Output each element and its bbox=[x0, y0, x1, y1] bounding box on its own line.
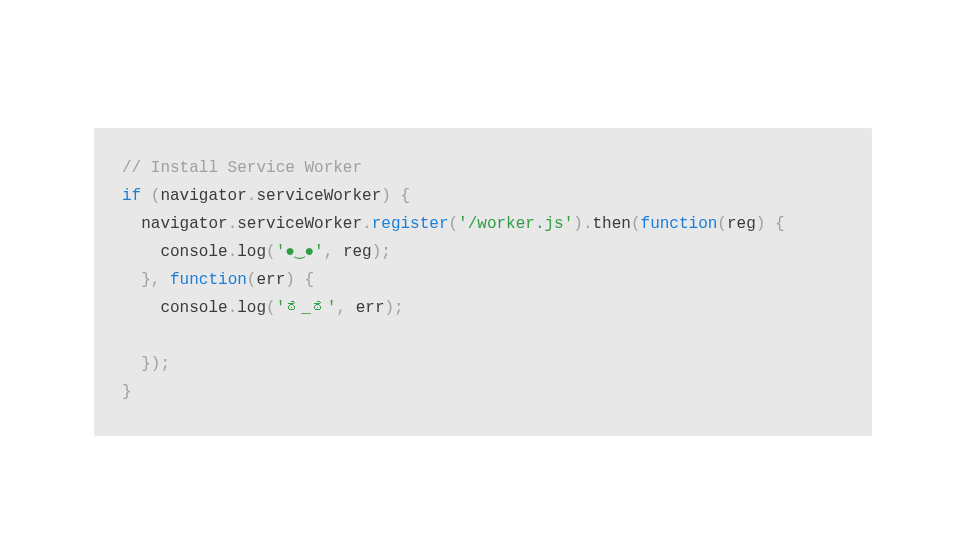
indent bbox=[122, 215, 141, 233]
code-line-7: }); bbox=[122, 350, 844, 378]
indent bbox=[122, 299, 160, 317]
identifier-err: err bbox=[256, 271, 285, 289]
identifier-err: err bbox=[356, 299, 385, 317]
punct: . bbox=[247, 187, 257, 205]
punct: ) { bbox=[381, 187, 410, 205]
keyword-if: if bbox=[122, 187, 141, 205]
punct: ( bbox=[717, 215, 727, 233]
code-line-2: if (navigator.serviceWorker) { bbox=[122, 182, 844, 210]
code-line-6: console.log('ಠ_ಠ', err); bbox=[122, 294, 844, 322]
punct: ). bbox=[573, 215, 592, 233]
punct: . bbox=[228, 215, 238, 233]
code-line-1: // Install Service Worker bbox=[122, 154, 844, 182]
method-then: then bbox=[593, 215, 631, 233]
string-emoticon-happy: '●‿●' bbox=[276, 243, 324, 261]
method-log: log bbox=[237, 243, 266, 261]
punct: ( bbox=[141, 187, 160, 205]
indent bbox=[122, 243, 160, 261]
code-line-8: } bbox=[122, 378, 844, 406]
punct: . bbox=[228, 299, 238, 317]
indent bbox=[122, 355, 141, 373]
identifier-navigator: navigator bbox=[160, 187, 246, 205]
punct: , bbox=[336, 299, 355, 317]
punct: ( bbox=[266, 299, 276, 317]
code-block: // Install Service Worker if (navigator.… bbox=[94, 128, 872, 436]
code-line-5: }, function(err) { bbox=[122, 266, 844, 294]
string-literal: '/worker.js' bbox=[458, 215, 573, 233]
punct: }); bbox=[141, 355, 170, 373]
code-line-3: navigator.serviceWorker.register('/worke… bbox=[122, 210, 844, 238]
identifier-serviceworker: serviceWorker bbox=[256, 187, 381, 205]
punct: ( bbox=[448, 215, 458, 233]
identifier-reg: reg bbox=[727, 215, 756, 233]
identifier-console: console bbox=[160, 299, 227, 317]
identifier-reg: reg bbox=[343, 243, 372, 261]
punct: , bbox=[324, 243, 343, 261]
punct: ); bbox=[384, 299, 403, 317]
string-emoticon-disapproval: 'ಠ_ಠ' bbox=[276, 299, 337, 317]
punct: ); bbox=[372, 243, 391, 261]
identifier-console: console bbox=[160, 243, 227, 261]
identifier-serviceworker: serviceWorker bbox=[237, 215, 362, 233]
indent bbox=[122, 271, 141, 289]
keyword-function: function bbox=[170, 271, 247, 289]
punct: }, bbox=[141, 271, 170, 289]
comment: // Install Service Worker bbox=[122, 159, 362, 177]
keyword-function: function bbox=[641, 215, 718, 233]
punct: ( bbox=[631, 215, 641, 233]
punct: } bbox=[122, 383, 132, 401]
punct: ) { bbox=[756, 215, 785, 233]
identifier-navigator: navigator bbox=[141, 215, 227, 233]
code-line-blank bbox=[122, 322, 844, 350]
punct: ) { bbox=[285, 271, 314, 289]
punct: ( bbox=[266, 243, 276, 261]
punct: ( bbox=[247, 271, 257, 289]
method-log: log bbox=[237, 299, 266, 317]
punct: . bbox=[228, 243, 238, 261]
punct: . bbox=[362, 215, 372, 233]
method-register: register bbox=[372, 215, 449, 233]
code-line-4: console.log('●‿●', reg); bbox=[122, 238, 844, 266]
